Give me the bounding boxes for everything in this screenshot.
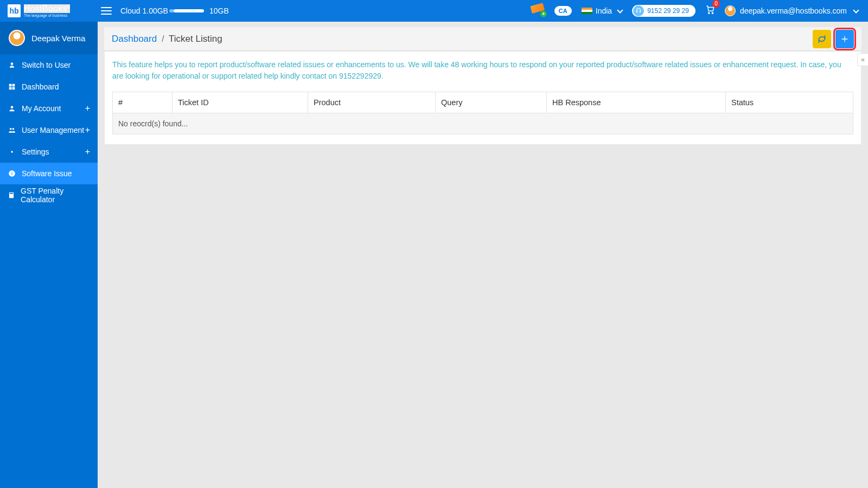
users-icon: [8, 126, 16, 134]
sidebar-item-label: Switch to User: [22, 61, 71, 69]
col-hb-response: HB Response: [547, 92, 726, 113]
user-menu[interactable]: deepak.verma@hostbooks.com: [725, 5, 858, 16]
svg-point-7: [10, 128, 12, 130]
info-text: This feature helps you to report product…: [112, 59, 853, 82]
cloud-usage-bar: [174, 9, 204, 12]
sidebar-item-my-account[interactable]: My Account +: [0, 98, 98, 119]
sidebar-item-switch-user[interactable]: Switch to User: [0, 54, 98, 76]
support-phone-number: 9152 29 29 29: [647, 7, 689, 15]
sidebar-item-label: Dashboard: [22, 82, 59, 91]
chevron-left-double-icon: «: [861, 56, 865, 63]
sidebar-item-gst-calculator[interactable]: GST Penalty Calculator: [0, 184, 98, 206]
expand-icon[interactable]: +: [85, 147, 90, 157]
col-product: Product: [308, 92, 436, 113]
cloud-total-label: 10GB: [209, 7, 229, 15]
ticket-add-icon[interactable]: +: [530, 3, 546, 18]
cart-count-badge: 0: [712, 0, 720, 8]
svg-rect-5: [12, 87, 15, 90]
breadcrumb-current: Ticket Listing: [169, 34, 222, 44]
info-icon: [8, 169, 16, 178]
svg-rect-11: [11, 173, 12, 175]
col-query: Query: [436, 92, 547, 113]
sidebar-item-settings[interactable]: Settings +: [0, 141, 98, 163]
top-bar: hb HostBooks® The language of business C…: [0, 0, 868, 22]
col-status: Status: [726, 92, 853, 113]
svg-rect-3: [12, 84, 15, 87]
avatar-icon: [725, 5, 736, 16]
col-index: #: [113, 92, 173, 113]
svg-point-0: [709, 12, 710, 14]
sidebar-item-label: User Management: [22, 126, 84, 134]
breadcrumb-sep: /: [162, 34, 164, 44]
expand-icon[interactable]: +: [85, 104, 90, 113]
sidebar-item-label: Settings: [22, 147, 49, 156]
user-email-label: deepak.verma@hostbooks.com: [740, 7, 847, 15]
table-empty-message: No reocrd(s) found...: [113, 113, 853, 134]
headset-icon: [633, 5, 644, 16]
gear-icon: [8, 147, 16, 156]
sidebar-item-label: GST Penalty Calculator: [21, 187, 90, 204]
sidebar-user-name: Deepak Verma: [31, 34, 85, 43]
india-flag-icon: [582, 8, 592, 14]
chevron-down-icon: [615, 7, 622, 15]
svg-rect-4: [9, 87, 12, 90]
user-icon: [8, 61, 16, 69]
svg-point-1: [712, 12, 713, 14]
ticket-panel: This feature helps you to report product…: [104, 51, 861, 145]
add-ticket-button[interactable]: [835, 30, 854, 48]
avatar-icon: [9, 30, 25, 46]
svg-point-6: [11, 106, 14, 108]
country-selector[interactable]: India: [582, 7, 622, 15]
collapse-panel-button[interactable]: «: [857, 53, 868, 66]
country-label: India: [596, 7, 612, 15]
page-header: Dashboard / Ticket Listing: [104, 27, 861, 51]
svg-point-8: [12, 128, 14, 130]
table-header-row: # Ticket ID Product Query HB Response St…: [113, 92, 853, 113]
breadcrumb: Dashboard / Ticket Listing: [112, 34, 222, 44]
svg-rect-12: [11, 172, 12, 172]
chevron-down-icon: [851, 7, 858, 15]
cloud-usage-label: Cloud 1.00GB: [120, 7, 168, 15]
ca-badge[interactable]: CA: [554, 6, 572, 16]
sidebar-item-label: Software Issue: [22, 169, 72, 178]
sidebar-nav: Switch to User Dashboard My Account + Us…: [0, 54, 98, 206]
svg-rect-2: [9, 84, 12, 87]
ticket-table: # Ticket ID Product Query HB Response St…: [112, 92, 853, 134]
account-icon: [8, 104, 16, 113]
sidebar-user[interactable]: Deepak Verma: [0, 22, 98, 54]
plus-icon: [840, 35, 849, 43]
logo-text: HostBooks® The language of business: [24, 4, 70, 17]
support-phone[interactable]: 9152 29 29 29: [632, 5, 695, 17]
expand-icon[interactable]: +: [85, 125, 90, 135]
svg-rect-14: [10, 193, 13, 194]
cart-button[interactable]: 0: [705, 5, 715, 17]
refresh-button[interactable]: [813, 30, 831, 48]
calculator-icon: [8, 191, 15, 200]
breadcrumb-root[interactable]: Dashboard: [112, 34, 157, 44]
menu-toggle-icon[interactable]: [101, 7, 112, 15]
col-ticket-id: Ticket ID: [173, 92, 308, 113]
dashboard-icon: [8, 82, 16, 91]
table-empty-row: No reocrd(s) found...: [113, 113, 853, 134]
sidebar-item-label: My Account: [22, 104, 61, 113]
sidebar-item-user-management[interactable]: User Management +: [0, 119, 98, 141]
sidebar-item-software-issue[interactable]: Software Issue: [0, 163, 98, 184]
sidebar-item-dashboard[interactable]: Dashboard: [0, 76, 98, 98]
svg-point-9: [11, 151, 13, 153]
logo-mark: hb: [8, 4, 21, 17]
logo[interactable]: hb HostBooks® The language of business: [0, 0, 98, 22]
sidebar: Deepak Verma Switch to User Dashboard My…: [0, 22, 98, 488]
refresh-icon: [817, 34, 827, 44]
main-content: Dashboard / Ticket Listing This feature …: [98, 22, 868, 488]
